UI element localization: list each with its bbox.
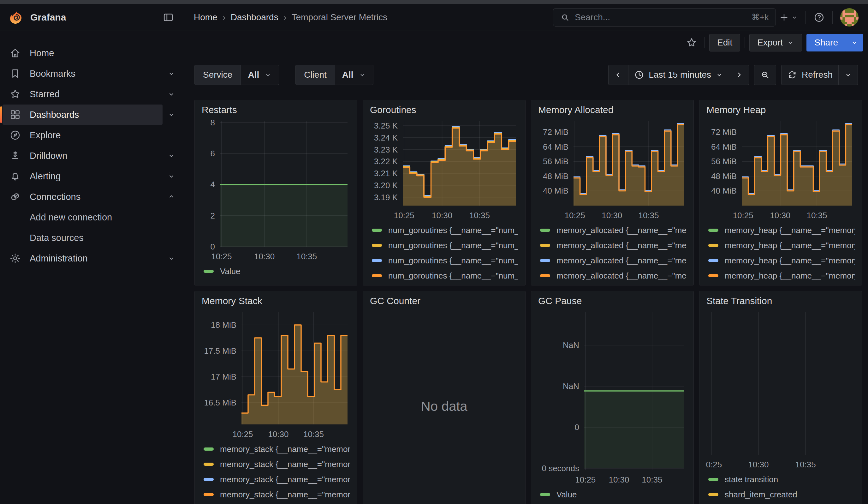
panel-chart[interactable]: 72 MiB64 MiB56 MiB48 MiB40 MiB10:2510:30…: [538, 119, 686, 222]
svg-text:10:25: 10:25: [706, 460, 722, 469]
service-variable-label: Service: [194, 65, 241, 85]
time-shift-back-button[interactable]: [608, 65, 628, 85]
service-variable[interactable]: Service All: [194, 65, 279, 85]
panel-chart[interactable]: NaNNaN00 seconds10:2510:3010:35: [538, 309, 686, 486]
sidebar-item-label: Starred: [30, 89, 60, 100]
sidebar-expand-connections[interactable]: [163, 188, 180, 206]
panel-chart[interactable]: 10:2510:3010:35: [706, 309, 855, 471]
panel-title[interactable]: GC Pause: [538, 296, 686, 309]
sidebar-item-explore[interactable]: Explore: [2, 125, 180, 145]
legend-item[interactable]: memory_stack {__name__="memory_s: [204, 473, 350, 486]
legend-item[interactable]: Value: [204, 265, 350, 278]
export-button[interactable]: Export: [749, 34, 802, 51]
sidebar-item-home[interactable]: Home: [2, 43, 180, 63]
panel-title[interactable]: GC Counter: [370, 296, 518, 309]
sidebar-item-drilldown[interactable]: Drilldown: [2, 146, 163, 166]
svg-text:10:30: 10:30: [770, 210, 790, 220]
legend-item[interactable]: num_goroutines {__name__="num_go: [372, 269, 518, 280]
svg-text:4: 4: [210, 180, 215, 189]
svg-text:17.5 MiB: 17.5 MiB: [204, 346, 236, 356]
sidebar-expand-alerting[interactable]: [163, 167, 180, 185]
favorite-star-button[interactable]: [683, 34, 700, 51]
panel-chart[interactable]: 8642010:2510:3010:35: [202, 119, 350, 263]
sidebar-expand-administration[interactable]: [163, 249, 180, 267]
legend-item[interactable]: memory_stack {__name__="memory_s: [204, 443, 350, 455]
svg-text:72 MiB: 72 MiB: [543, 127, 568, 137]
service-variable-value[interactable]: All: [241, 65, 279, 85]
help-button[interactable]: [810, 8, 828, 27]
panel-title[interactable]: State Transition: [706, 296, 855, 309]
connections-icon: [9, 191, 21, 203]
panel-title[interactable]: Memory Heap: [706, 104, 855, 119]
svg-text:10:35: 10:35: [795, 460, 816, 469]
sidebar-expand-starred[interactable]: [163, 85, 180, 103]
panel-title[interactable]: Goroutines: [370, 104, 518, 119]
sidebar-expand-dashboards[interactable]: [163, 106, 180, 123]
panel-chart[interactable]: 72 MiB64 MiB56 MiB48 MiB40 MiB10:2510:30…: [706, 119, 855, 222]
sidebar-toggle-button[interactable]: [161, 10, 175, 24]
legend-item[interactable]: memory_heap {__name__="memory_h: [708, 269, 855, 280]
svg-text:10:30: 10:30: [432, 210, 452, 220]
sidebar-item-bookmarks[interactable]: Bookmarks: [2, 63, 163, 84]
share-button[interactable]: Share: [806, 34, 846, 51]
legend-item[interactable]: Value: [540, 488, 686, 501]
user-avatar[interactable]: [840, 8, 859, 27]
sidebar-item-administration[interactable]: Administration: [2, 248, 163, 268]
add-new-button[interactable]: [776, 8, 801, 27]
panel-chart[interactable]: 18 MiB17.5 MiB17 MiB16.5 MiB10:2510:3010…: [202, 309, 350, 441]
compass-icon: [9, 130, 21, 141]
toolbar-divider: [745, 37, 745, 48]
sidebar-subitem-data-sources[interactable]: Data sources: [2, 228, 180, 248]
svg-text:3.21 K: 3.21 K: [374, 169, 398, 178]
legend-item[interactable]: num_goroutines {__name__="num_go: [372, 239, 518, 252]
sidebar-item-connections[interactable]: Connections: [2, 187, 163, 207]
search-box[interactable]: ⌘+k: [553, 8, 776, 27]
legend-item[interactable]: memory_allocated {__name__="memo: [540, 224, 686, 237]
chevron-down-icon: [791, 14, 798, 21]
sidebar-subitem-add-new-connection[interactable]: Add new connection: [2, 207, 180, 227]
legend-item[interactable]: memory_allocated {__name__="memo: [540, 269, 686, 280]
breadcrumb-item[interactable]: Dashboards: [231, 12, 278, 22]
legend-item[interactable]: memory_allocated {__name__="memo: [540, 254, 686, 267]
legend-item[interactable]: memory_heap {__name__="memory_h: [708, 224, 855, 237]
panel-title[interactable]: Memory Allocated: [538, 104, 686, 119]
panel-chart[interactable]: 3.25 K3.24 K3.23 K3.22 K3.21 K3.20 K3.19…: [370, 119, 518, 222]
time-range-group: Last 15 minutes: [608, 65, 749, 85]
sidebar-item-dashboards[interactable]: Dashboards: [2, 104, 163, 125]
legend-item[interactable]: memory_stack {__name__="memory_s: [204, 458, 350, 471]
refresh-interval-button[interactable]: [839, 65, 858, 85]
edit-button[interactable]: Edit: [709, 34, 740, 51]
sidebar-item-starred[interactable]: Starred: [2, 84, 163, 104]
plus-icon: [779, 12, 789, 22]
panel-title[interactable]: Memory Stack: [202, 296, 350, 309]
legend-item[interactable]: memory_heap {__name__="memory_h: [708, 239, 855, 252]
search-icon: [560, 13, 570, 22]
share-menu-button[interactable]: [846, 34, 863, 51]
client-variable[interactable]: Client All: [296, 65, 373, 85]
panel-title[interactable]: Restarts: [202, 104, 350, 119]
legend-item[interactable]: state transition: [708, 473, 855, 486]
legend-item[interactable]: num_goroutines {__name__="num_go: [372, 224, 518, 237]
search-input[interactable]: [575, 12, 746, 22]
legend-label: shard_item_created: [725, 490, 797, 500]
legend-item[interactable]: shard_item_created: [708, 488, 855, 501]
time-shift-forward-button[interactable]: [729, 65, 749, 85]
legend-item[interactable]: num_goroutines {__name__="num_go: [372, 254, 518, 267]
legend-item[interactable]: memory_allocated {__name__="memo: [540, 239, 686, 252]
time-range-picker-button[interactable]: Last 15 minutes: [628, 65, 729, 85]
legend-item[interactable]: memory_heap {__name__="memory_h: [708, 254, 855, 267]
zoom-out-button[interactable]: [754, 65, 776, 85]
svg-text:10:30: 10:30: [748, 460, 768, 469]
refresh-button[interactable]: Refresh: [781, 65, 839, 85]
svg-text:NaN: NaN: [563, 340, 579, 350]
chevron-down-icon: [851, 39, 858, 47]
breadcrumb-item[interactable]: Home: [194, 12, 217, 22]
svg-text:10:30: 10:30: [609, 475, 629, 484]
sidebar-expand-drilldown[interactable]: [163, 147, 180, 165]
sidebar-item-alerting[interactable]: Alerting: [2, 166, 163, 186]
client-variable-value[interactable]: All: [335, 65, 373, 85]
svg-text:10:25: 10:25: [733, 210, 753, 220]
sidebar-expand-bookmarks[interactable]: [163, 65, 180, 82]
legend-item[interactable]: memory_stack {__name__="memory_s: [204, 488, 350, 501]
svg-text:10:30: 10:30: [602, 210, 622, 220]
